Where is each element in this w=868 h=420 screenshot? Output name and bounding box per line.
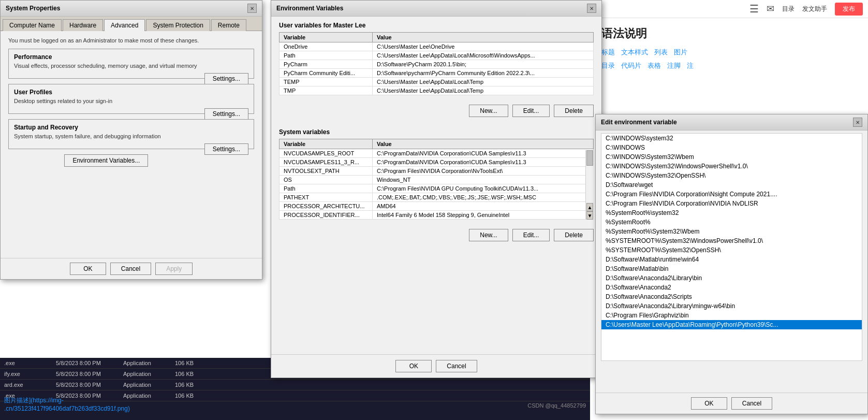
tab-system-protection[interactable]: System Protection: [146, 19, 210, 31]
grammar-link-list[interactable]: 列表: [654, 48, 668, 57]
grammar-link-note[interactable]: 注: [687, 61, 694, 70]
edit-env-item[interactable]: D:\Software\Matlab\bin: [601, 264, 862, 273]
env-vars-button[interactable]: Environment Variables...: [64, 154, 148, 167]
edit-env-item[interactable]: %SystemRoot%\system32: [601, 208, 862, 218]
user-vars-buttons: New... Edit... Delete: [271, 105, 601, 117]
user-val-cell: D:\Software\PyCharm 2020.1.5\bin;: [373, 60, 594, 69]
edit-env-item[interactable]: C:\WINDOWS\System32\WindowsPowerShell\v1…: [601, 162, 862, 171]
env-vars-footer: OK Cancel: [271, 354, 601, 378]
edit-env-item[interactable]: D:\Software\Matlab\runtime\win64: [601, 255, 862, 264]
user-val-cell: C:\Users\Master Lee\AppData\Local\Temp: [373, 78, 594, 86]
close-button[interactable]: ✕: [247, 4, 257, 13]
sys-delete-button[interactable]: Delete: [554, 229, 594, 241]
tab-hardware[interactable]: Hardware: [63, 19, 103, 31]
sys-var-row[interactable]: PATHEXT.COM;.EXE;.BAT;.CMD;.VBS;.VBE;.JS…: [279, 193, 594, 202]
grammar-link-title[interactable]: 标题: [601, 48, 615, 57]
edit-env-item[interactable]: C:\WINDOWS: [601, 143, 862, 152]
sys-vars-title: System variables: [279, 128, 594, 136]
grammar-section: 语法说明 标题 文本样式 列表 图片 目录 代码片 表格 注脚 注: [594, 18, 868, 78]
user-var-row[interactable]: PyCharm Community Editi...D:\Software\py…: [279, 69, 594, 78]
grammar-link-textstyle[interactable]: 文本样式: [621, 48, 648, 57]
startup-recovery-desc: System startup, system failure, and debu…: [14, 133, 248, 139]
grammar-link-table[interactable]: 表格: [648, 61, 661, 70]
edit-env-close-button[interactable]: ✕: [853, 118, 862, 127]
toolbar-label-fawen: 发文助手: [802, 5, 827, 13]
env-ok-button[interactable]: OK: [395, 360, 432, 372]
grammar-link-code[interactable]: 代码片: [621, 61, 641, 70]
sys-var-row[interactable]: PathC:\Program Files\NVIDIA GPU Computin…: [279, 184, 594, 193]
edit-env-item[interactable]: C:\WINDOWS\system32: [601, 134, 862, 143]
scrollbar-track[interactable]: ▲ ▼: [585, 150, 594, 220]
edit-env-item[interactable]: C:\WINDOWS\System32\Wbem: [601, 152, 862, 162]
edit-env-ok-button[interactable]: OK: [691, 397, 727, 410]
scroll-down-arrow[interactable]: ▼: [586, 211, 593, 220]
sys-var-row[interactable]: PROCESSOR_IDENTIFIER...Intel64 Family 6 …: [279, 211, 594, 220]
system-properties-dialog: System Properties ✕ Computer Name Hardwa…: [0, 0, 262, 280]
mail-icon[interactable]: ✉: [767, 3, 774, 15]
tab-remote[interactable]: Remote: [211, 19, 246, 31]
performance-label: Performance: [14, 53, 248, 61]
dialog-footer: OK Cancel Apply: [1, 258, 262, 279]
edit-env-item[interactable]: %SystemRoot%: [601, 218, 862, 227]
tab-computer-name[interactable]: Computer Name: [3, 19, 62, 31]
user-var-row[interactable]: TEMPC:\Users\Master Lee\AppData\Local\Te…: [279, 78, 594, 86]
edit-env-item[interactable]: %SystemRoot%\System32\Wbem: [601, 227, 862, 236]
performance-settings-button[interactable]: Settings...: [204, 73, 248, 84]
edit-env-item[interactable]: %SYSTEMROOT%\System32\WindowsPowerShell\…: [601, 236, 862, 245]
sys-var-row[interactable]: NVCUDASAMPLES11_3_R...C:\ProgramData\NVI…: [279, 158, 594, 167]
edit-env-item[interactable]: D:\Software\wget: [601, 180, 862, 190]
user-new-button[interactable]: New...: [469, 105, 508, 117]
startup-recovery-settings-button[interactable]: Settings...: [204, 143, 248, 155]
tab-advanced[interactable]: Advanced: [104, 19, 145, 31]
user-var-row[interactable]: OneDriveC:\Users\Master Lee\OneDrive: [279, 42, 594, 51]
sys-edit-button[interactable]: Edit...: [512, 229, 550, 241]
sys-val-col-header: Value: [373, 139, 594, 149]
startup-recovery-section: Startup and Recovery System startup, sys…: [8, 119, 254, 149]
edit-env-item[interactable]: D:\Software\Anaconda2\Library\mingw-w64\…: [601, 301, 862, 311]
publish-button[interactable]: 发布: [835, 3, 863, 16]
cancel-button[interactable]: Cancel: [110, 263, 151, 275]
edit-env-item[interactable]: %SYSTEMROOT%\System32\OpenSSH\: [601, 245, 862, 255]
sys-vars-section: System variables Variable Value NVCUDASA…: [271, 123, 601, 225]
user-edit-button[interactable]: Edit...: [512, 105, 550, 117]
edit-env-list[interactable]: C:\WINDOWS\system32C:\WINDOWSC:\WINDOWS\…: [601, 133, 862, 361]
edit-env-item[interactable]: C:\Users\Master Lee\AppData\Roaming\Pyth…: [601, 320, 862, 329]
sys-val-cell: C:\Program Files\NVIDIA Corporation\NvTo…: [373, 167, 594, 176]
scrollbar-thumb[interactable]: [586, 150, 593, 166]
edit-env-item[interactable]: C:\Program Files\NVIDIA Corporation\Nsig…: [601, 190, 862, 199]
env-cancel-button[interactable]: Cancel: [436, 360, 477, 372]
edit-env-cancel-button[interactable]: Cancel: [731, 397, 772, 410]
sys-val-cell: C:\Program Files\NVIDIA GPU Computing To…: [373, 184, 594, 193]
ok-button[interactable]: OK: [70, 263, 106, 275]
sys-new-button[interactable]: New...: [469, 229, 508, 241]
edit-env-item[interactable]: C:\Program Files\NVIDIA Corporation\NVID…: [601, 199, 862, 208]
sys-var-row[interactable]: NVTOOLSEXT_PATHC:\Program Files\NVIDIA C…: [279, 167, 594, 176]
edit-env-title: Edit environment variable: [601, 119, 677, 126]
sys-var-cell: NVTOOLSEXT_PATH: [279, 167, 373, 176]
sys-val-cell: Intel64 Family 6 Model 158 Stepping 9, G…: [373, 211, 594, 220]
sys-val-cell: .COM;.EXE;.BAT;.CMD;.VBS;.VBE;.JS;.JSE;.…: [373, 193, 594, 202]
user-var-row[interactable]: PyCharmD:\Software\PyCharm 2020.1.5\bin;: [279, 60, 594, 69]
user-delete-button[interactable]: Delete: [554, 105, 594, 117]
edit-env-item[interactable]: C:\WINDOWS\System32\OpenSSH\: [601, 171, 862, 180]
edit-env-item[interactable]: D:\Software\Anaconda2\Scripts: [601, 292, 862, 301]
sys-var-row[interactable]: NVCUDASAMPLES_ROOTC:\ProgramData\NVIDIA …: [279, 149, 594, 158]
user-var-row[interactable]: PathC:\Users\Master Lee\AppData\Local\Mi…: [279, 51, 594, 60]
user-var-row[interactable]: TMPC:\Users\Master Lee\AppData\Local\Tem…: [279, 86, 594, 95]
list-icon[interactable]: ☰: [749, 3, 759, 15]
edit-env-item[interactable]: C:\Program Files\Graphviz\bin: [601, 311, 862, 320]
scroll-up-arrow[interactable]: ▲: [586, 203, 593, 211]
file-name-3: ard.exe: [4, 382, 56, 388]
env-vars-close-button[interactable]: ✕: [587, 4, 596, 13]
edit-env-item[interactable]: D:\Software\Anaconda2: [601, 283, 862, 292]
sys-var-row[interactable]: OSWindows_NT: [279, 176, 594, 184]
user-profiles-settings-button[interactable]: Settings...: [204, 108, 248, 120]
sys-var-row[interactable]: PROCESSOR_ARCHITECTU...AMD64: [279, 202, 594, 211]
grammar-link-footnote[interactable]: 注脚: [667, 61, 681, 70]
grammar-link-toc[interactable]: 目录: [601, 61, 615, 70]
user-vars-section: User variables for Master Lee Variable V…: [271, 17, 601, 100]
edit-env-item[interactable]: D:\Software\Anaconda2\Library\bin: [601, 273, 862, 283]
user-val-cell: C:\Users\Master Lee\OneDrive: [373, 42, 594, 51]
grammar-link-image[interactable]: 图片: [674, 48, 687, 57]
apply-button[interactable]: Apply: [155, 263, 193, 275]
